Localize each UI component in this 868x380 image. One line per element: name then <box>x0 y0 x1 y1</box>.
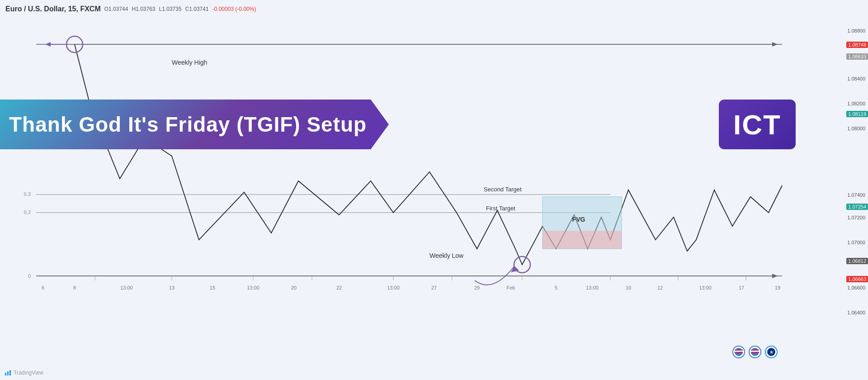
svg-text:★: ★ <box>769 350 774 355</box>
ict-text: ICT <box>733 109 781 141</box>
flag-usd-1 <box>732 346 745 358</box>
high-value: H1.03763 <box>132 6 155 12</box>
svg-text:27: 27 <box>431 285 437 290</box>
price-106600: 1.06600 <box>801 285 868 290</box>
price-106400: 1.06400 <box>801 310 868 315</box>
svg-marker-54 <box>772 42 778 47</box>
open-label: O <box>104 6 108 12</box>
price-107000: 1.07000 <box>801 240 868 245</box>
svg-text:FVG: FVG <box>572 216 585 223</box>
svg-rect-63 <box>751 352 759 354</box>
tv-watermark: TradingView <box>5 369 43 376</box>
svg-rect-18 <box>542 231 622 249</box>
price-108000: 1.08000 <box>801 126 868 131</box>
price-108800: 1.08800 <box>801 28 868 33</box>
price-107400: 1.07400 <box>801 192 868 198</box>
chart-area: 0.3 0.2 0 FVG Second Target First Target… <box>0 18 800 362</box>
price-108633: 1.08633 <box>846 53 868 60</box>
svg-text:0: 0 <box>28 273 31 279</box>
price-107254: 1.07254 <box>846 204 868 210</box>
flag-usd-2 <box>749 346 761 358</box>
svg-text:20: 20 <box>291 285 297 290</box>
low-value: L1.03735 <box>159 6 182 12</box>
svg-rect-60 <box>735 350 743 351</box>
svg-rect-68 <box>5 373 6 375</box>
svg-text:0.2: 0.2 <box>24 209 31 215</box>
svg-text:Weekly Low: Weekly Low <box>429 252 464 259</box>
svg-text:Weekly High: Weekly High <box>172 59 207 66</box>
svg-text:13:00: 13:00 <box>120 285 133 290</box>
flag-eur: ★ <box>765 346 778 358</box>
svg-marker-14 <box>45 42 51 47</box>
svg-text:First Target: First Target <box>486 205 515 212</box>
price-108119: 1.08119 <box>846 111 868 117</box>
svg-rect-58 <box>735 351 743 352</box>
svg-text:19: 19 <box>775 285 780 290</box>
svg-rect-69 <box>7 371 9 375</box>
svg-text:0.3: 0.3 <box>24 191 31 197</box>
price-106663: 1.06663 <box>846 276 868 282</box>
svg-text:8: 8 <box>73 285 76 290</box>
tv-watermark-text: TradingView <box>14 370 43 376</box>
close-value: C1.03741 <box>185 6 209 12</box>
svg-rect-70 <box>9 370 11 375</box>
tgif-title: Thank God It's Friday (TGIF) Setup <box>0 112 367 137</box>
svg-rect-59 <box>735 352 743 354</box>
price-108400: 1.08400 <box>801 76 868 81</box>
ict-badge: ICT <box>719 100 796 149</box>
svg-text:15: 15 <box>210 285 215 290</box>
svg-text:Feb: Feb <box>507 285 515 290</box>
svg-text:5: 5 <box>555 285 557 290</box>
svg-point-57 <box>735 348 743 356</box>
chart-header: Euro / U.S. Dollar, 15, FXCM O1.03744 H1… <box>0 0 868 18</box>
svg-text:13:00: 13:00 <box>247 285 259 290</box>
price-108200: 1.08200 <box>801 101 868 106</box>
svg-text:13:00: 13:00 <box>387 285 400 290</box>
symbol-name: Euro / U.S. Dollar, 15, FXCM <box>5 5 101 13</box>
svg-text:10: 10 <box>626 285 631 290</box>
svg-text:13: 13 <box>169 285 175 290</box>
tgif-banner: Thank God It's Friday (TGIF) Setup <box>0 100 398 149</box>
svg-text:6: 6 <box>42 285 44 290</box>
svg-point-61 <box>751 348 759 356</box>
svg-text:13:00: 13:00 <box>586 285 599 290</box>
price-change: -0.00003 (-0.00%) <box>212 6 256 12</box>
price-107200: 1.07200 <box>801 215 868 220</box>
chart-svg: 0.3 0.2 0 FVG Second Target First Target… <box>0 18 800 362</box>
svg-rect-62 <box>751 351 759 352</box>
svg-rect-64 <box>751 350 759 351</box>
svg-text:12: 12 <box>657 285 663 290</box>
svg-marker-56 <box>772 274 778 278</box>
svg-text:29: 29 <box>474 285 480 290</box>
svg-text:13:00: 13:00 <box>699 285 712 290</box>
open-value: O1.03744 <box>104 6 128 12</box>
svg-text:Second Target: Second Target <box>484 186 522 193</box>
price-axis: 1.08800 1.08748 1.08633 1.08400 1.08200 … <box>801 18 868 362</box>
price-108748: 1.08748 <box>846 42 868 48</box>
svg-text:17: 17 <box>739 285 744 290</box>
svg-text:22: 22 <box>336 285 342 290</box>
price-106812: 1.06812 <box>846 258 868 264</box>
flag-icons: ★ <box>732 346 778 358</box>
